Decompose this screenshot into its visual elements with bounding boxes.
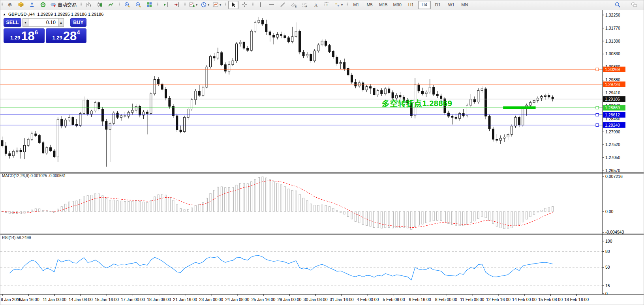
- chart-candles-button[interactable]: [95, 1, 105, 9]
- time-tick: 21 Jan 16:00: [173, 297, 197, 302]
- toolbar-group-zoom: [118, 0, 156, 9]
- indicators-dropdown-icon[interactable]: ▾: [196, 3, 197, 7]
- zoom-out-button[interactable]: [133, 1, 143, 9]
- tile-windows-button[interactable]: [144, 1, 154, 9]
- chart-bars-button[interactable]: [84, 1, 94, 9]
- time-tick: 15 Jan 16:00: [95, 297, 119, 302]
- macd-indicator-label: MACD(12,26,9) 0.001025 -0.000561: [2, 174, 66, 178]
- tf-h4[interactable]: H4: [418, 1, 431, 9]
- price-tick: 1.26570: [605, 168, 620, 173]
- buy-button[interactable]: BUY: [70, 18, 86, 27]
- chart-line-icon: [108, 2, 114, 8]
- time-tick: 30 Jan 08:00: [304, 297, 328, 302]
- autotrading-icon: [50, 2, 56, 8]
- vertical-line-button[interactable]: [255, 1, 266, 9]
- volume-field[interactable]: 0.10: [28, 18, 58, 27]
- macd-tick: 0.007216: [605, 174, 623, 179]
- market-watch-icon: [29, 2, 35, 8]
- chart-area[interactable]: 多空转折点1.288691.322501.317701.313001.30830…: [0, 10, 644, 305]
- fibonacci-icon: F: [302, 2, 308, 8]
- price-tick: 1.27050: [605, 155, 620, 160]
- rsi-tick: 15: [605, 283, 610, 288]
- volume-down-button[interactable]: ▼: [23, 18, 28, 27]
- tf-m15[interactable]: M15: [377, 1, 390, 9]
- periods-dropdown-icon[interactable]: ▾: [208, 3, 209, 7]
- line-handle-1.28869[interactable]: [596, 107, 599, 109]
- trend-line-button[interactable]: [278, 1, 288, 9]
- time-tick: 6 Feb 16:00: [409, 297, 431, 302]
- bid-price-button[interactable]: 1.29 18 6: [4, 28, 45, 43]
- navigator-button[interactable]: [38, 1, 48, 9]
- periods-button[interactable]: ▾: [199, 1, 210, 9]
- svg-text:A: A: [314, 3, 318, 7]
- price-tick: 1.27520: [605, 142, 620, 147]
- one-click-trading-panel: SELL ▼ 0.10 ▲ BUY 1.29 18 6 1.29 28 4: [4, 18, 86, 43]
- tf-m1-label: M1: [353, 2, 359, 7]
- indicators-icon: [189, 2, 195, 8]
- tf-mn-label: MN: [461, 2, 468, 7]
- rsi-tick: 80: [605, 249, 610, 254]
- bid-point: 6: [35, 29, 38, 35]
- chart-title: ▲ GBPUSD-,H4 1.29259 1.29295 1.29186 1.2…: [3, 12, 103, 17]
- svg-text:E: E: [295, 5, 297, 8]
- volume-up-button[interactable]: ▲: [58, 18, 64, 27]
- tf-m15-label: M15: [379, 2, 387, 7]
- chat-button[interactable]: [629, 1, 639, 9]
- time-tick: 4 Feb 00:00: [357, 297, 379, 302]
- time-tick: 5 Feb 08:00: [383, 297, 405, 302]
- order-text[interactable]: 单: [5, 1, 15, 9]
- one-click-expander-icon[interactable]: ▲: [3, 13, 6, 16]
- cursor-button[interactable]: [228, 1, 238, 9]
- auto-scroll-button[interactable]: [171, 1, 182, 9]
- autotrading-button[interactable]: 自动交易: [49, 1, 78, 9]
- horizontal-line-icon: [268, 2, 275, 8]
- tf-w1-label: W1: [448, 2, 455, 7]
- market-watch-button[interactable]: [27, 1, 37, 9]
- sell-button[interactable]: SELL: [4, 18, 21, 27]
- fibonacci-button[interactable]: F: [300, 1, 310, 9]
- zoom-in-button[interactable]: [122, 1, 132, 9]
- crosshair-button[interactable]: [239, 1, 250, 9]
- time-tick: 23 Jan 00:00: [199, 297, 223, 302]
- indicators-button[interactable]: ▾: [188, 1, 199, 9]
- search-button[interactable]: [612, 1, 623, 9]
- time-tick: 24 Jan 08:00: [225, 297, 250, 302]
- time-tick: 12 Feb 16:00: [486, 297, 511, 302]
- price-badge-text: 1.30269: [605, 67, 620, 72]
- tf-m1[interactable]: M1: [350, 1, 362, 9]
- toolbar-right: [612, 1, 644, 9]
- price-badge-text: 1.29186: [605, 97, 620, 101]
- templates-dropdown-icon[interactable]: ▾: [220, 3, 221, 7]
- rsi-indicator-label: RSI(14) 58.2499: [2, 236, 31, 240]
- equidistant-channel-button[interactable]: E: [289, 1, 299, 9]
- chat-icon: [631, 2, 637, 8]
- ask-price-button[interactable]: 1.29 28 4: [46, 28, 86, 43]
- chart-shift-button[interactable]: [160, 1, 171, 9]
- line-handle-1.28612[interactable]: [596, 113, 599, 116]
- text-button[interactable]: A: [311, 1, 321, 9]
- text-label-button[interactable]: T: [322, 1, 332, 9]
- tf-w1[interactable]: W1: [445, 1, 458, 9]
- chart-line-button[interactable]: [106, 1, 116, 9]
- horizontal-line-button[interactable]: [267, 1, 277, 9]
- time-tick: 11 Jan 00:00: [43, 297, 66, 302]
- tf-m30[interactable]: M30: [391, 1, 404, 9]
- annotation-text[interactable]: 多空转折点1.28869: [382, 99, 452, 108]
- arrows-dropdown-icon[interactable]: ▾: [341, 3, 343, 7]
- terminal-window: 单自动交易▾▾▾EFAT▾M1M5M15M30H1H4D1W1MN ▲ GBPU…: [0, 0, 644, 305]
- arrows-button[interactable]: ▾: [333, 1, 344, 9]
- tf-h4-label: H4: [422, 2, 427, 7]
- crosshair-icon: [241, 2, 248, 8]
- line-handle-1.28240[interactable]: [596, 123, 599, 126]
- tf-mn[interactable]: MN: [458, 1, 471, 9]
- tf-h1[interactable]: H1: [405, 1, 417, 9]
- new-order-icon: [18, 2, 24, 8]
- new-order-button[interactable]: [16, 1, 26, 9]
- templates-button[interactable]: ▾: [211, 1, 222, 9]
- line-handle-1.30269[interactable]: [596, 68, 599, 71]
- tf-d1[interactable]: D1: [432, 1, 444, 9]
- vertical-line-icon: [257, 2, 264, 8]
- toolbar-group-draw: EFAT▾: [251, 0, 345, 9]
- tf-m5[interactable]: M5: [363, 1, 376, 9]
- navigator-icon: [40, 2, 46, 8]
